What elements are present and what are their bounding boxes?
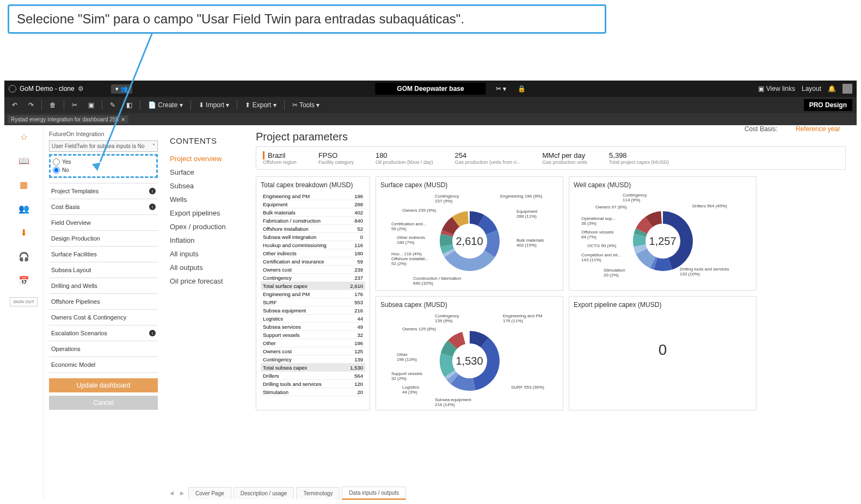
sheet-tab-terminology[interactable]: Terminology (296, 487, 340, 499)
info-icon[interactable]: i (149, 330, 156, 336)
donut-label: Support vessels32 (2%) (391, 372, 422, 382)
toolbar: ↶ ↷ 🗑 ✂ ▣ ✎ ◧ 📄 Create ▾ ⬇ Import ▾ ⬆ Ex… (4, 97, 857, 113)
panel-item-economic-model[interactable]: Economic Model (49, 357, 158, 373)
close-icon[interactable]: ✕ (121, 116, 125, 122)
cancel-button[interactable]: Cancel (49, 396, 158, 410)
sheet-tab-cover-page[interactable]: Cover Page (188, 487, 231, 499)
nav-export-pipelines[interactable]: Export pipelines (170, 206, 238, 220)
gear-icon[interactable]: ⚙ (78, 85, 84, 93)
export-pipeline-card: Export pipeline capex (MUSD) 0 (569, 296, 757, 410)
undo-button[interactable]: ↶ (9, 100, 21, 110)
view-links-button[interactable]: ▣ View links (758, 85, 795, 93)
donut-center-value: 1,257 (649, 235, 676, 248)
capex-table: Engineering and PM196Equipment288Bulk ma… (261, 192, 365, 396)
layout-button[interactable]: Layout (802, 85, 821, 93)
info-icon[interactable]: i (149, 188, 156, 194)
avatar[interactable] (842, 84, 852, 94)
cost-basis-row: Cost Basis: Reference year (745, 125, 840, 133)
table-row: Stimulation20 (261, 388, 365, 396)
update-dashboard-button[interactable]: Update dashboard (49, 378, 158, 392)
table-row: Hookup and commissioning116 (261, 241, 365, 249)
donut-slice[interactable] (444, 250, 495, 271)
nav-all-inputs[interactable]: All inputs (170, 247, 238, 261)
sheet-tab-data-inputs-outputs[interactable]: Data inputs / outputs (342, 487, 406, 500)
subsea-capex-card: Subsea capex (MUSD) 1,530Contingency139 … (376, 296, 563, 410)
table-row: Total surface capex2,610 (261, 282, 365, 290)
table-row: Certification and insurance59 (261, 257, 365, 266)
pencil-button[interactable]: ✎ (107, 100, 119, 110)
table-row: Subsea well integration0 (261, 233, 365, 241)
export-dropdown[interactable]: ⬆ Export ▾ (242, 100, 279, 110)
callout-pointer-arrow (92, 163, 102, 172)
tab-prev[interactable]: ◀ (168, 490, 176, 496)
panel-item-operations[interactable]: Operations (49, 341, 158, 357)
panel-item-owners-cost-contingency[interactable]: Owners Cost & Contingency (49, 309, 158, 325)
star-icon[interactable]: ☆ (17, 130, 31, 144)
scenario-title: GOM Deepwater base (375, 83, 485, 95)
panel-item-escalation-scenarios[interactable]: Escalation Scenariosi (49, 325, 158, 341)
radio-yes[interactable]: Yes (53, 158, 154, 166)
headset-icon[interactable]: 🎧 (17, 249, 31, 263)
chevron-down-icon: ˅ (152, 143, 155, 149)
info-icon[interactable]: i (149, 204, 156, 210)
table-row: Equipment288 (261, 200, 365, 208)
frame-button[interactable]: ▣ (85, 100, 97, 110)
nav-subsea[interactable]: Subsea (170, 179, 238, 193)
tab-next[interactable]: ▶ (178, 490, 186, 496)
redo-button[interactable]: ↷ (25, 100, 37, 110)
create-dropdown[interactable]: 📄 Create ▾ (145, 100, 186, 110)
panel-item-drilling-and-wells[interactable]: Drilling and Wells (49, 278, 158, 294)
panel-item-surface-facilities[interactable]: Surface Facilities (49, 246, 158, 262)
table-row: Drilling tools and services120 (261, 380, 365, 388)
panel-item-project-templates[interactable]: Project Templatesi (49, 183, 158, 199)
nav-opex-production[interactable]: Opex / production (170, 220, 238, 233)
nav-inflation[interactable]: Inflation (170, 233, 238, 247)
table-row: Engineering and PM196 (261, 192, 365, 200)
panel-item-subsea-layout[interactable]: Subsea Layout (49, 262, 158, 278)
radio-no[interactable]: No (53, 166, 154, 174)
panel-item-design-production[interactable]: Design Production (49, 230, 158, 247)
param-col: FPSOFacility category (318, 151, 354, 165)
nav-surface[interactable]: Surface (170, 165, 238, 179)
table-row: Other196 (261, 339, 365, 347)
contents-heading: CONTENTS (170, 136, 238, 145)
sign-out-button[interactable]: SIGN OUT (10, 297, 38, 306)
bell-icon[interactable]: 🔔 (828, 85, 836, 93)
download-icon[interactable]: ⬇ (17, 225, 31, 239)
nav-all-outputs[interactable]: All outputs (170, 261, 238, 274)
calendar-icon[interactable]: 📅 (17, 273, 31, 287)
tools-icon[interactable]: ✂ ▾ (496, 85, 506, 93)
document-tab[interactable]: Rystad energy integration for dashboard … (8, 115, 128, 124)
table-row: Owners cost239 (261, 266, 365, 274)
sheet-tab-description-usage[interactable]: Description / usage (233, 487, 294, 499)
panel-item-cost-basis[interactable]: Cost Basisi (49, 199, 158, 215)
table-row: Owners cost125 (261, 347, 365, 355)
param-col: BrazilOffshore region (263, 151, 297, 165)
nav-oil-price-forecast[interactable]: Oil price forecast (170, 274, 238, 288)
project-name[interactable]: GoM Demo - clone (20, 85, 75, 93)
cost-basis-value[interactable]: Reference year (796, 125, 840, 133)
donut-label: Engineering and PM176 (11%) (503, 314, 543, 324)
futureon-section-title: FutureOn Integration (49, 131, 158, 137)
donut-label: Owners 125 (8%) (402, 327, 436, 332)
table-row: Other indirects180 (261, 249, 365, 257)
cut-button[interactable]: ✂ (69, 100, 81, 110)
panel-item-offshore-pipelines[interactable]: Offshore Pipelines (49, 293, 158, 310)
presentation-icon[interactable]: ▦ (17, 177, 31, 192)
import-dropdown[interactable]: ⬇ Import ▾ (195, 100, 233, 110)
table-row: Bulk materials402 (261, 208, 365, 217)
panel-item-field-overview[interactable]: Field Overview (49, 214, 158, 231)
book-icon[interactable]: 📖 (17, 153, 31, 168)
nav-wells[interactable]: Wells (170, 193, 238, 206)
nav-project-overview[interactable]: Project overview (170, 152, 238, 165)
donut-label: Engineering 196 (8%) (500, 194, 542, 199)
donut-label: Other196 (13%) (397, 353, 417, 362)
left-icon-rail: ☆ 📖 ▦ 👥 ⬇ 🎧 📅 SIGN OUT (4, 125, 44, 500)
lock-icon[interactable]: 🔒 (518, 85, 526, 93)
delete-button[interactable]: 🗑 (46, 100, 59, 110)
donut-label: OCTG 50 (4%) (587, 244, 616, 249)
team-icon[interactable]: 👥 (17, 201, 31, 216)
app-icon (9, 85, 16, 93)
export-pipeline-value: 0 (574, 341, 752, 359)
tools-dropdown[interactable]: ✂ Tools ▾ (289, 100, 323, 110)
